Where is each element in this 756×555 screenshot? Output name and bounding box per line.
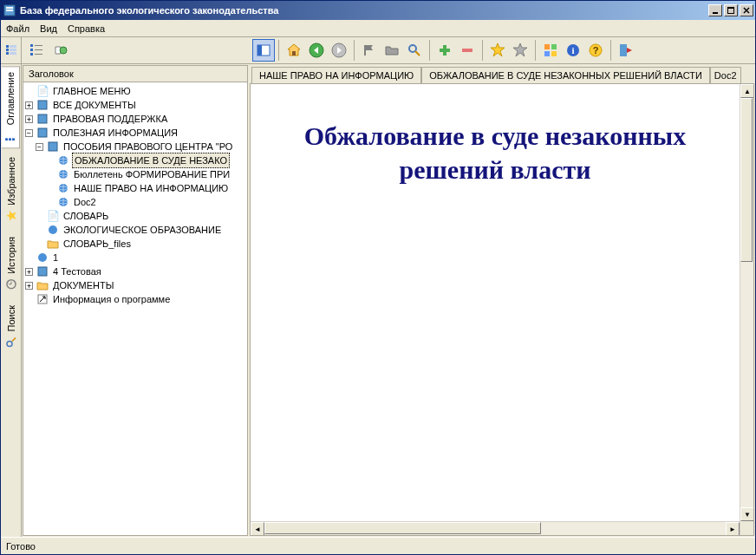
globe-icon bbox=[56, 153, 70, 167]
svg-point-20 bbox=[60, 47, 67, 54]
folder-button[interactable] bbox=[381, 39, 403, 62]
globe-icon bbox=[56, 181, 70, 195]
app-window: База федерального экологического законод… bbox=[0, 0, 756, 555]
svg-rect-12 bbox=[6, 52, 9, 55]
tree-item[interactable]: ДОКУМЕНТЫ bbox=[51, 278, 115, 292]
tree-item[interactable]: НАШЕ ПРАВО НА ИНФОРМАЦИЮ bbox=[72, 181, 230, 195]
tree-tool-2[interactable] bbox=[49, 39, 72, 62]
info-button[interactable]: i bbox=[562, 39, 584, 62]
svg-rect-50 bbox=[38, 114, 47, 123]
exit-button[interactable] bbox=[615, 39, 637, 62]
tree-item[interactable]: ЭКОЛОГИЧЕСКОЕ ОБРАЗОВАНИЕ bbox=[62, 223, 223, 237]
main-area: НАШЕ ПРАВО НА ИНФОРМАЦИЮ ОБЖАЛОВАНИЕ В С… bbox=[250, 65, 754, 536]
svg-point-65 bbox=[49, 225, 57, 234]
titlebar: База федерального экологического законод… bbox=[1, 1, 755, 20]
svg-rect-67 bbox=[38, 267, 47, 276]
expand-icon[interactable]: + bbox=[25, 115, 33, 123]
tree-tool-1[interactable] bbox=[25, 39, 48, 62]
book-icon bbox=[36, 98, 49, 112]
side-tabs: Оглавление Избранное История Поиск bbox=[1, 64, 22, 537]
home-button[interactable] bbox=[283, 39, 305, 62]
search-button[interactable] bbox=[403, 39, 426, 62]
svg-point-27 bbox=[409, 45, 416, 52]
horizontal-scrollbar[interactable]: ◄ ► bbox=[251, 521, 740, 535]
doc-tab-active[interactable]: ОБЖАЛОВАНИЕ В СУДЕ НЕЗАКОННЫХ РЕШЕНИЙ ВЛ… bbox=[421, 67, 710, 83]
forward-button[interactable] bbox=[328, 39, 350, 62]
svg-rect-52 bbox=[49, 142, 57, 151]
tree-item[interactable]: СЛОВАРЬ bbox=[62, 209, 110, 223]
tree-item[interactable]: ПРАВОВАЯ ПОДДЕРЖКА bbox=[51, 112, 169, 126]
list-icon bbox=[3, 128, 17, 142]
help-button[interactable]: ? bbox=[584, 39, 607, 62]
svg-text:i: i bbox=[571, 45, 574, 56]
svg-rect-40 bbox=[620, 44, 627, 56]
svg-rect-43 bbox=[12, 138, 15, 140]
expand-icon[interactable]: + bbox=[25, 101, 33, 109]
fav-gray-button[interactable] bbox=[509, 39, 531, 62]
tree-item[interactable]: 1 bbox=[51, 251, 60, 264]
svg-point-47 bbox=[7, 341, 12, 346]
add-button[interactable] bbox=[433, 39, 456, 62]
tree-item[interactable]: Бюллетень ФОРМИРОВАНИЕ ПРИ bbox=[72, 167, 231, 181]
scroll-right-button[interactable]: ► bbox=[726, 522, 740, 536]
maximize-button[interactable] bbox=[724, 4, 738, 16]
tree-body[interactable]: 📄ГЛАВНОЕ МЕНЮ +ВСЕ ДОКУМЕНТЫ +ПРАВОВАЯ П… bbox=[23, 82, 247, 535]
doc-viewer: Обжалование в суде незаконных решений вл… bbox=[250, 84, 754, 536]
scroll-up-button[interactable]: ▲ bbox=[740, 84, 754, 98]
minimize-button[interactable] bbox=[708, 4, 722, 16]
vertical-scrollbar[interactable]: ▲ ▼ bbox=[740, 84, 753, 535]
svg-rect-32 bbox=[544, 44, 550, 49]
book-icon bbox=[36, 126, 49, 140]
svg-rect-9 bbox=[10, 45, 16, 48]
expand-icon[interactable]: + bbox=[25, 268, 33, 276]
apps-button[interactable] bbox=[539, 39, 562, 62]
tree-item[interactable]: ПОСОБИЯ ПРАВОВОГО ЦЕНТРА "РО bbox=[62, 140, 234, 153]
scroll-down-button[interactable]: ▼ bbox=[740, 507, 754, 521]
menu-help[interactable]: Справка bbox=[68, 23, 105, 34]
back-button[interactable] bbox=[305, 39, 328, 62]
svg-rect-2 bbox=[6, 10, 13, 11]
svg-rect-49 bbox=[38, 101, 47, 109]
menu-file[interactable]: Файл bbox=[6, 23, 29, 34]
doc-content[interactable]: Обжалование в суде незаконных решений вл… bbox=[251, 84, 740, 521]
remove-button[interactable] bbox=[456, 39, 479, 62]
expand-icon[interactable]: + bbox=[25, 282, 33, 290]
statusbar: Готово bbox=[1, 537, 755, 554]
toc-tool-icon[interactable] bbox=[3, 42, 20, 59]
svg-rect-22 bbox=[257, 45, 262, 56]
svg-line-28 bbox=[415, 51, 420, 56]
menu-view[interactable]: Вид bbox=[40, 23, 57, 34]
scroll-left-button[interactable]: ◄ bbox=[251, 522, 264, 536]
svg-rect-15 bbox=[35, 45, 42, 46]
doc-tab[interactable]: Doc2 bbox=[710, 67, 741, 83]
tree-item[interactable]: ГЛАВНОЕ МЕНЮ bbox=[51, 84, 133, 98]
collapse-icon[interactable]: − bbox=[25, 129, 33, 137]
tree-item[interactable]: ВСЕ ДОКУМЕНТЫ bbox=[51, 98, 138, 112]
flag-button[interactable] bbox=[358, 39, 381, 62]
globe-icon bbox=[56, 167, 70, 181]
shortcut-icon bbox=[36, 292, 49, 306]
sidetab-search[interactable]: Поиск bbox=[3, 300, 20, 354]
panel-toggle-button[interactable] bbox=[252, 39, 275, 62]
svg-rect-3 bbox=[713, 12, 718, 14]
tree-item[interactable]: ПОЛЕЗНАЯ ИНФОРМАЦИЯ bbox=[51, 126, 179, 140]
tree-item[interactable]: Doc2 bbox=[72, 195, 98, 209]
svg-rect-18 bbox=[30, 53, 33, 56]
menubar: Файл Вид Справка bbox=[1, 20, 755, 37]
fav-yellow-button[interactable] bbox=[486, 39, 509, 62]
tree-item[interactable]: Информация о программе bbox=[51, 292, 172, 306]
svg-rect-16 bbox=[30, 49, 33, 51]
tree-item[interactable]: СЛОВАРЬ_files bbox=[62, 237, 133, 251]
close-button[interactable] bbox=[740, 4, 753, 16]
collapse-icon[interactable]: − bbox=[36, 143, 43, 151]
tree-item-selected[interactable]: ОБЖАЛОВАНИЕ В СУДЕ НЕЗАКО bbox=[72, 153, 230, 168]
doc-tab[interactable]: НАШЕ ПРАВО НА ИНФОРМАЦИЮ bbox=[251, 67, 421, 83]
globe-icon bbox=[36, 251, 49, 264]
globe-icon bbox=[46, 223, 60, 237]
sidetab-fav[interactable]: Избранное bbox=[3, 152, 20, 228]
tree-item[interactable]: 4 Тестовая bbox=[51, 264, 103, 278]
sidetab-toc[interactable]: Оглавление bbox=[2, 66, 20, 148]
sidetab-history[interactable]: История bbox=[3, 232, 20, 297]
star-icon bbox=[4, 209, 18, 223]
book-icon bbox=[36, 112, 49, 126]
